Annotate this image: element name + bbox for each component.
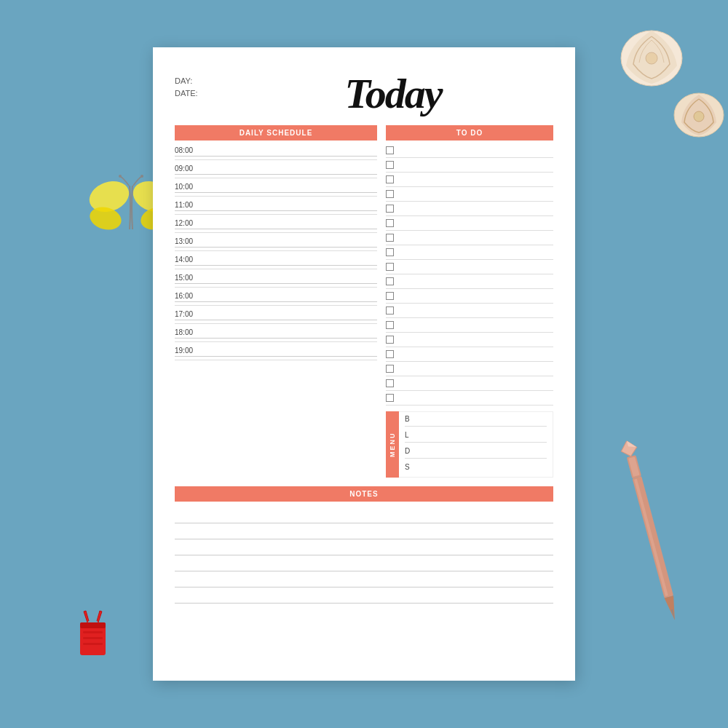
todo-checkbox-17[interactable] [386,379,394,387]
svg-point-4 [119,175,122,178]
todo-item-16 [386,365,553,376]
notes-section: NOTES [175,486,553,604]
menu-letter-d: D [405,447,414,455]
time-block-1400: 14:00 [175,256,377,269]
note-line-2 [175,523,553,539]
todo-item-5 [386,205,553,216]
menu-letter-s: S [405,463,414,471]
todo-checkbox-6[interactable] [386,219,394,227]
time-block-1100: 11:00 [175,201,377,215]
time-block-0900: 09:00 [175,165,377,178]
note-line-4 [175,555,553,571]
time-block-1600: 16:00 [175,292,377,306]
day-date-section: DAY: DATE: [175,69,233,101]
todo-checkbox-8[interactable] [386,248,394,256]
svg-point-20 [646,52,657,64]
todo-checkbox-15[interactable] [386,350,394,358]
todo-item-10 [386,277,553,289]
time-block-1300: 13:00 [175,237,377,251]
todo-item-6 [386,219,553,231]
menu-letter-b: B [405,415,414,423]
todo-item-2 [386,161,553,173]
svg-rect-16 [634,479,668,596]
svg-rect-10 [83,643,103,645]
notes-header: NOTES [175,486,553,502]
svg-rect-8 [83,631,103,633]
time-label-1900: 19:00 [175,347,377,355]
svg-point-22 [694,111,704,122]
todo-checkbox-18[interactable] [386,394,394,402]
menu-item-dinner: D [405,447,547,459]
todo-checkbox-2[interactable] [386,161,394,169]
todo-section: TO DO MENU [386,125,553,478]
svg-marker-17 [665,596,680,621]
page-title: Today [233,69,553,118]
todo-item-12 [386,306,553,318]
time-block-0800: 08:00 [175,146,377,160]
time-block-1000: 10:00 [175,183,377,197]
todo-checkbox-7[interactable] [386,234,394,242]
time-label-1700: 17:00 [175,310,377,318]
time-block-1200: 12:00 [175,219,377,233]
time-label-1600: 16:00 [175,292,377,300]
schedule-header: DAILY SCHEDULE [175,125,377,141]
todo-checkbox-10[interactable] [386,277,394,285]
todo-checkbox-9[interactable] [386,263,394,271]
menu-section: MENU B L D S [386,411,553,478]
todo-item-14 [386,336,553,347]
shell2-decoration [670,87,728,138]
time-label-0800: 08:00 [175,146,377,154]
todo-item-8 [386,248,553,260]
time-label-1500: 15:00 [175,274,377,282]
todo-item-4 [386,190,553,202]
menu-item-snack: S [405,463,547,474]
todo-item-11 [386,292,553,304]
svg-marker-11 [619,439,638,459]
todo-item-13 [386,321,553,333]
svg-rect-9 [83,637,103,639]
note-line-3 [175,539,553,555]
time-block-1900: 19:00 [175,347,377,360]
todo-checkbox-11[interactable] [386,292,394,300]
todo-header: TO DO [386,125,553,141]
menu-item-lunch: L [405,431,547,443]
note-line-5 [175,571,553,587]
date-label: DATE: [175,89,233,98]
todo-checkbox-16[interactable] [386,365,394,373]
notes-lines [175,507,553,604]
todo-checkbox-5[interactable] [386,205,394,213]
todo-item-7 [386,234,553,245]
todo-checkbox-12[interactable] [386,306,394,314]
todo-checkbox-1[interactable] [386,146,394,154]
todo-item-17 [386,379,553,391]
svg-rect-7 [80,622,106,628]
todo-item-3 [386,175,553,187]
binder-clip-decoration [73,608,113,662]
time-label-1200: 12:00 [175,219,377,227]
content-grid: DAILY SCHEDULE 08:00 09:00 10:00 11:00 [175,125,553,478]
pen-decoration [614,438,688,627]
todo-item-15 [386,350,553,362]
day-label: DAY: [175,76,233,85]
time-label-1400: 14:00 [175,256,377,264]
menu-label: MENU [386,411,399,478]
todo-checkbox-3[interactable] [386,175,394,183]
time-block-1800: 18:00 [175,328,377,342]
schedule-section: DAILY SCHEDULE 08:00 09:00 10:00 11:00 [175,125,377,478]
time-label-1100: 11:00 [175,201,377,209]
time-block-1700: 17:00 [175,310,377,324]
note-line-6 [175,587,553,604]
time-label-0900: 09:00 [175,165,377,173]
svg-point-5 [141,175,143,178]
planner-page: DAY: DATE: Today DAILY SCHEDULE 08:00 09… [153,47,575,681]
time-block-1500: 15:00 [175,274,377,288]
menu-letter-l: L [405,431,414,439]
todo-item-18 [386,394,553,405]
menu-item-breakfast: B [405,415,547,427]
todo-item-9 [386,263,553,274]
menu-items-list: B L D S [399,411,553,478]
todo-checkbox-13[interactable] [386,321,394,329]
todo-checkbox-14[interactable] [386,336,394,344]
todo-checkbox-4[interactable] [386,190,394,198]
shell1-decoration [615,22,688,87]
